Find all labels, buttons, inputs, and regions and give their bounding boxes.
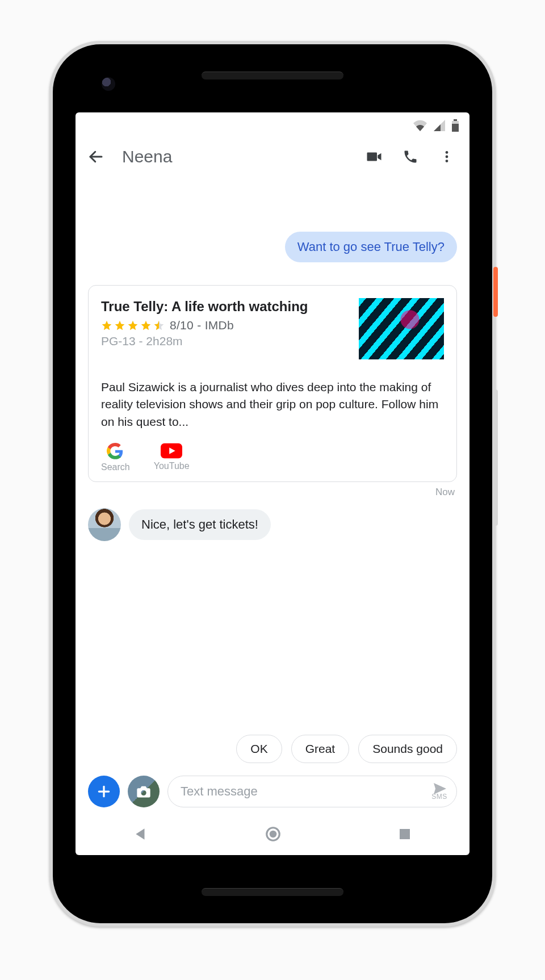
send-button[interactable]: SMS bbox=[431, 783, 447, 800]
phone-icon bbox=[403, 149, 418, 165]
card-timestamp: Now bbox=[88, 487, 455, 498]
cell-signal-icon bbox=[433, 120, 446, 131]
chip-label: YouTube bbox=[154, 461, 190, 471]
more-button[interactable] bbox=[431, 141, 463, 173]
star-icon bbox=[127, 320, 139, 331]
smart-reply-great[interactable]: Great bbox=[291, 735, 350, 763]
svg-point-5 bbox=[446, 156, 448, 158]
circle-home-icon bbox=[265, 826, 282, 843]
composer: Text message SMS bbox=[76, 763, 469, 815]
rating-stars: 8/10 - IMDb bbox=[101, 319, 347, 332]
square-recents-icon bbox=[398, 827, 412, 841]
svg-point-6 bbox=[446, 160, 448, 162]
message-bubble: Want to go see True Telly? bbox=[285, 232, 457, 262]
smart-reply-row: OK Great Sounds good bbox=[76, 728, 469, 763]
incoming-message[interactable]: Nice, let's get tickets! bbox=[88, 508, 457, 541]
message-input[interactable]: Text message SMS bbox=[167, 776, 457, 807]
message-list[interactable]: Want to go see True Telly? True Telly: A… bbox=[76, 178, 469, 728]
svg-point-12 bbox=[270, 831, 277, 838]
arrow-left-icon bbox=[87, 148, 104, 165]
more-vert-icon bbox=[439, 149, 454, 164]
speaker-bottom bbox=[202, 888, 343, 896]
nav-home-button[interactable] bbox=[265, 826, 282, 845]
svg-point-4 bbox=[446, 151, 448, 154]
video-call-button[interactable] bbox=[358, 141, 390, 173]
power-button bbox=[493, 267, 498, 317]
chip-label: Search bbox=[101, 462, 130, 472]
camera-icon bbox=[136, 784, 152, 799]
speaker-top bbox=[202, 72, 343, 79]
wifi-icon bbox=[413, 120, 427, 131]
svg-rect-0 bbox=[454, 119, 457, 121]
front-camera-icon bbox=[102, 77, 115, 91]
attach-button[interactable] bbox=[88, 776, 120, 807]
youtube-logo-icon bbox=[161, 443, 182, 459]
nav-recents-button[interactable] bbox=[398, 827, 412, 843]
star-icon bbox=[101, 320, 112, 331]
nav-back-button[interactable] bbox=[133, 827, 148, 844]
rating-text: 8/10 - IMDb bbox=[170, 319, 234, 332]
smart-card[interactable]: True Telly: A life worth watching 8/10 -… bbox=[88, 285, 457, 482]
app-header: Neena bbox=[76, 135, 469, 178]
smart-reply-sounds-good[interactable]: Sounds good bbox=[358, 735, 457, 763]
status-bar bbox=[76, 112, 469, 135]
voice-call-button[interactable] bbox=[395, 141, 426, 173]
card-title: True Telly: A life worth watching bbox=[101, 298, 347, 315]
card-meta: PG-13 - 2h28m bbox=[101, 334, 347, 348]
star-icon bbox=[140, 320, 152, 331]
system-nav-bar bbox=[76, 815, 469, 855]
send-sub-label: SMS bbox=[431, 793, 447, 800]
star-icon bbox=[114, 320, 125, 331]
video-icon bbox=[366, 148, 383, 165]
svg-rect-13 bbox=[400, 829, 410, 839]
contact-name: Neena bbox=[122, 147, 354, 166]
card-description: Paul Sizawick is a journalist who dives … bbox=[101, 379, 444, 430]
message-bubble: Nice, let's get tickets! bbox=[129, 509, 271, 540]
camera-button[interactable] bbox=[128, 776, 160, 807]
volume-button bbox=[493, 390, 498, 526]
star-half-icon bbox=[153, 320, 165, 331]
svg-rect-2 bbox=[452, 124, 459, 132]
card-action-youtube[interactable]: YouTube bbox=[154, 443, 190, 472]
input-placeholder: Text message bbox=[181, 784, 431, 799]
card-thumbnail bbox=[359, 298, 444, 359]
triangle-back-icon bbox=[133, 827, 148, 841]
screen: Neena Want to go see True Telly? bbox=[76, 112, 469, 855]
avatar bbox=[88, 508, 121, 541]
battery-icon bbox=[451, 119, 459, 132]
plus-icon bbox=[97, 784, 111, 799]
outgoing-message[interactable]: Want to go see True Telly? bbox=[88, 232, 457, 262]
smart-reply-ok[interactable]: OK bbox=[236, 735, 282, 763]
back-button[interactable] bbox=[80, 141, 112, 173]
phone-frame: Neena Want to go see True Telly? bbox=[49, 41, 496, 927]
google-logo-icon bbox=[107, 443, 124, 460]
card-action-search[interactable]: Search bbox=[101, 443, 130, 472]
